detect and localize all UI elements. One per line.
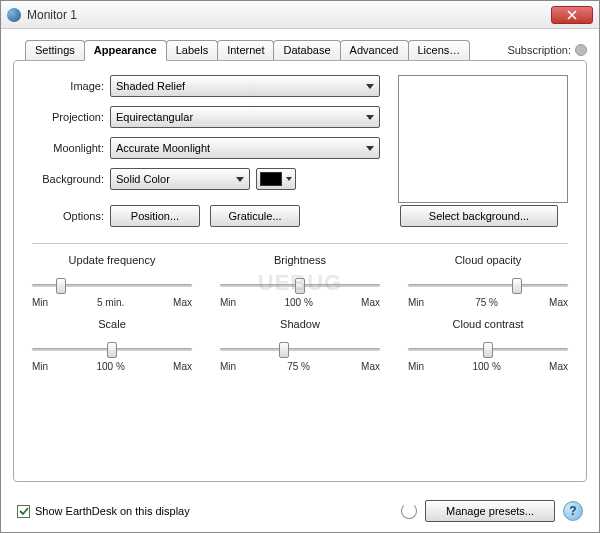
slider-ticks: Min100 %Max xyxy=(32,361,192,372)
slider-value-label: 5 min. xyxy=(97,297,124,308)
background-color-picker[interactable] xyxy=(256,168,296,190)
slider-min-label: Min xyxy=(32,297,48,308)
position-button[interactable]: Position... xyxy=(110,205,200,227)
slider-min-label: Min xyxy=(32,361,48,372)
chevron-down-icon xyxy=(236,177,244,182)
slider-min-label: Min xyxy=(220,297,236,308)
slider-title: Cloud opacity xyxy=(455,254,522,266)
tab-list: Settings Appearance Labels Internet Data… xyxy=(25,40,469,60)
chevron-down-icon xyxy=(366,84,374,89)
slider-ticks: Min5 min.Max xyxy=(32,297,192,308)
checkbox-box xyxy=(17,505,30,518)
close-icon xyxy=(567,10,577,20)
slider-min-label: Min xyxy=(408,297,424,308)
slider-max-label: Max xyxy=(173,297,192,308)
image-value: Shaded Relief xyxy=(116,80,366,92)
slider-value-label: 75 % xyxy=(287,361,310,372)
background-value: Solid Color xyxy=(116,173,236,185)
tab-settings[interactable]: Settings xyxy=(25,40,85,60)
tab-labels[interactable]: Labels xyxy=(166,40,218,60)
tab-database[interactable]: Database xyxy=(273,40,340,60)
slider-thumb[interactable] xyxy=(56,278,66,294)
slider-track xyxy=(408,284,568,287)
show-on-display-checkbox[interactable]: Show EarthDesk on this display xyxy=(17,505,190,518)
help-button[interactable]: ? xyxy=(563,501,583,521)
titlebar: Monitor 1 xyxy=(1,1,599,29)
sliders-grid: Update frequencyMin5 min.MaxBrightnessMi… xyxy=(32,254,568,372)
app-icon xyxy=(7,8,21,22)
tab-advanced[interactable]: Advanced xyxy=(340,40,409,60)
slider[interactable] xyxy=(220,276,380,294)
slider[interactable] xyxy=(408,276,568,294)
slider-title: Update frequency xyxy=(69,254,156,266)
slider-max-label: Max xyxy=(173,361,192,372)
slider-value-label: 100 % xyxy=(96,361,124,372)
refresh-icon[interactable] xyxy=(401,503,417,519)
divider xyxy=(32,243,568,244)
chevron-down-icon xyxy=(366,115,374,120)
subscription-label: Subscription: xyxy=(507,44,571,56)
chevron-down-icon xyxy=(286,177,292,181)
color-swatch xyxy=(260,172,282,186)
slider-min-label: Min xyxy=(408,361,424,372)
slider-max-label: Max xyxy=(549,297,568,308)
slider-thumb[interactable] xyxy=(295,278,305,294)
options-label: Options: xyxy=(32,210,104,222)
image-label: Image: xyxy=(32,80,104,92)
slider-value-label: 100 % xyxy=(472,361,500,372)
background-label: Background: xyxy=(32,173,104,185)
slider-min-label: Min xyxy=(220,361,236,372)
slider[interactable] xyxy=(32,340,192,358)
window-title: Monitor 1 xyxy=(27,8,551,22)
chevron-down-icon xyxy=(366,146,374,151)
graticule-button[interactable]: Graticule... xyxy=(210,205,300,227)
slider-block: ScaleMin100 %Max xyxy=(32,318,192,372)
slider-title: Shadow xyxy=(280,318,320,330)
moonlight-value: Accurate Moonlight xyxy=(116,142,366,154)
slider[interactable] xyxy=(408,340,568,358)
slider-ticks: Min75 %Max xyxy=(220,361,380,372)
projection-value: Equirectangular xyxy=(116,111,366,123)
slider[interactable] xyxy=(220,340,380,358)
slider-block: Cloud opacityMin75 %Max xyxy=(408,254,568,308)
slider-thumb[interactable] xyxy=(483,342,493,358)
select-background-button[interactable]: Select background... xyxy=(400,205,558,227)
slider-title: Scale xyxy=(98,318,126,330)
slider[interactable] xyxy=(32,276,192,294)
slider-max-label: Max xyxy=(361,297,380,308)
slider-block: Update frequencyMin5 min.Max xyxy=(32,254,192,308)
slider-ticks: Min100 %Max xyxy=(220,297,380,308)
moonlight-dropdown[interactable]: Accurate Moonlight xyxy=(110,137,380,159)
slider-block: Cloud contrastMin100 %Max xyxy=(408,318,568,372)
slider-block: ShadowMin75 %Max xyxy=(220,318,380,372)
slider-thumb[interactable] xyxy=(107,342,117,358)
manage-presets-button[interactable]: Manage presets... xyxy=(425,500,555,522)
check-icon xyxy=(19,506,29,516)
moonlight-label: Moonlight: xyxy=(32,142,104,154)
preview-box xyxy=(398,75,568,203)
tab-appearance[interactable]: Appearance xyxy=(84,40,167,61)
subscription-status: Subscription: xyxy=(507,44,587,56)
tab-license[interactable]: Licens… xyxy=(408,40,471,60)
slider-ticks: Min100 %Max xyxy=(408,361,568,372)
slider-max-label: Max xyxy=(361,361,380,372)
slider-value-label: 75 % xyxy=(475,297,498,308)
projection-label: Projection: xyxy=(32,111,104,123)
background-dropdown[interactable]: Solid Color xyxy=(110,168,250,190)
slider-track xyxy=(220,348,380,351)
slider-thumb[interactable] xyxy=(279,342,289,358)
subscription-indicator-icon xyxy=(575,44,587,56)
slider-title: Brightness xyxy=(274,254,326,266)
slider-title: Cloud contrast xyxy=(453,318,524,330)
slider-ticks: Min75 %Max xyxy=(408,297,568,308)
checkbox-label: Show EarthDesk on this display xyxy=(35,505,190,517)
image-dropdown[interactable]: Shaded Relief xyxy=(110,75,380,97)
projection-dropdown[interactable]: Equirectangular xyxy=(110,106,380,128)
slider-max-label: Max xyxy=(549,361,568,372)
slider-block: BrightnessMin100 %Max xyxy=(220,254,380,308)
slider-thumb[interactable] xyxy=(512,278,522,294)
slider-value-label: 100 % xyxy=(284,297,312,308)
tab-internet[interactable]: Internet xyxy=(217,40,274,60)
close-button[interactable] xyxy=(551,6,593,24)
